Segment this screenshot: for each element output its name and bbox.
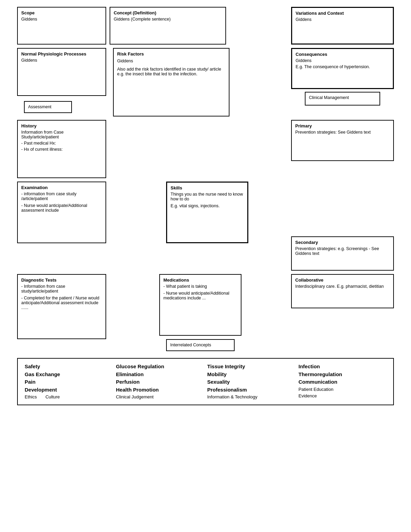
concept-box: Concept (Definition) Giddens (Complete s…: [110, 7, 226, 45]
primary-title: Primary: [295, 123, 390, 128]
row1: Scope Giddens Concept (Definition) Gidde…: [17, 7, 394, 45]
primary-box: Primary Prevention strategies: See Gidde…: [291, 120, 394, 161]
history-box: History Information from Case Study/arti…: [17, 120, 106, 178]
diagnostic-line2: - Completed for the patient / Nurse woul…: [21, 296, 102, 310]
concept-col-4: Infection Thermoregulation Communication…: [297, 363, 388, 400]
examination-title: Examination: [21, 185, 102, 190]
concept-col-3: Tissue Integrity Mobility Sexuality Prof…: [206, 363, 297, 400]
scope-box: Scope Giddens: [17, 7, 106, 45]
right-col-r2: Consequences Giddens E.g. The consequenc…: [291, 48, 394, 106]
diagnostic-line1: - Information from case study/article/pa…: [21, 284, 102, 294]
collaborative-title: Collaborative: [295, 277, 390, 283]
concept-communication: Communication: [299, 378, 387, 386]
concept-clinical-judgement: Clinical Judgement: [116, 394, 204, 400]
consequences-line1: Giddens: [296, 58, 389, 63]
medications-box: Medications - What patient is taking - N…: [159, 274, 241, 336]
history-line2: - Past medical Hx:: [21, 141, 102, 146]
skills-box: Skills Things you as the nurse need to k…: [166, 182, 248, 243]
left-col-r2: Normal Physiologic Processes Giddens Ass…: [17, 48, 110, 113]
concept-title: Concept (Definition): [114, 10, 222, 15]
concept-gas-exchange: Gas Exchange: [25, 371, 113, 379]
concept-mobility: Mobility: [207, 371, 295, 379]
right-col-r5: Collaborative Interdisciplinary care. E.…: [291, 274, 394, 308]
skills-line2: E.g. vital signs, injections.: [171, 203, 244, 208]
normal-content: Giddens: [21, 58, 102, 63]
medications-line2: - Nurse would anticipate/Additional medi…: [163, 291, 237, 300]
concept-content: Giddens (Complete sentence): [114, 17, 222, 22]
history-line3: - Hx of current illness:: [21, 147, 102, 152]
risk-title: Risk Factors: [117, 51, 225, 57]
center-col-r4: Skills Things you as the nurse need to k…: [113, 182, 288, 243]
variations-box: Variations and Context Giddens: [291, 7, 394, 45]
risk-line1: Giddens: [117, 59, 225, 63]
concept-pain: Pain: [25, 378, 113, 386]
concept-evidence: Evidence: [299, 393, 387, 399]
examination-line2: - Nurse would anticipate/Additional asse…: [21, 203, 102, 213]
clinical-mgmt-label: Clinical Management: [309, 95, 376, 100]
diagram-area: Scope Giddens Concept (Definition) Gidde…: [17, 7, 394, 405]
scope-content: Giddens: [21, 17, 102, 22]
medications-title: Medications: [163, 277, 237, 283]
interrelated-label: Interrelated Concepts: [170, 343, 231, 347]
variations-title: Variations and Context: [296, 11, 389, 16]
normal-physiologic-box: Normal Physiologic Processes Giddens: [17, 48, 106, 96]
history-line1: Information from Case Study/article/pati…: [21, 130, 102, 139]
concept-professionalism: Professionalism: [207, 386, 295, 394]
concept-elimination: Elimination: [116, 371, 204, 379]
concept-glucose: Glucose Regulation: [116, 363, 204, 371]
concept-col-2: Glucose Regulation Elimination Perfusion…: [114, 363, 206, 400]
primary-content: Prevention strategies: See Giddens text: [295, 130, 390, 135]
concept-sexuality: Sexuality: [207, 378, 295, 386]
consequences-box: Consequences Giddens E.g. The consequenc…: [291, 48, 394, 89]
secondary-content: Prevention strategies: e.g. Screenings -…: [295, 246, 390, 256]
clinical-management-box: Clinical Management: [305, 92, 380, 106]
examination-box: Examination - information from case stud…: [17, 182, 106, 243]
concept-col-1: Safety Gas Exchange Pain Development Eth…: [23, 363, 114, 400]
concepts-grid: Safety Gas Exchange Pain Development Eth…: [17, 358, 394, 405]
examination-line1: - information from case study /article/p…: [21, 191, 102, 201]
page-container: Scope Giddens Concept (Definition) Gidde…: [17, 7, 394, 405]
concept-tissue: Tissue Integrity: [207, 363, 295, 371]
concept-patient-education: Patient Education: [299, 386, 387, 393]
consequences-line2: E.g. The consequence of hypertension.: [296, 64, 389, 69]
skills-line1: Things you as the nurse need to know how…: [171, 192, 244, 201]
interrelated-box: Interrelated Concepts: [166, 339, 235, 351]
scope-title: Scope: [21, 10, 102, 15]
concept-thermoregulation: Thermoregulation: [299, 371, 387, 379]
history-title: History: [21, 123, 102, 128]
risk-factors-box: Risk Factors Giddens Also add the risk f…: [113, 48, 229, 116]
concept-safety: Safety: [25, 363, 113, 371]
secondary-box: Secondary Prevention strategies: e.g. Sc…: [291, 236, 394, 271]
diagnostic-title: Diagnostic Tests: [21, 277, 102, 283]
collaborative-content: Interdisciplinary care. E.g. pharmacist,…: [295, 284, 390, 289]
assessment-box: Assessment: [24, 101, 72, 113]
normal-title: Normal Physiologic Processes: [21, 51, 102, 57]
concept-perfusion: Perfusion: [116, 378, 204, 386]
consequences-title: Consequences: [296, 52, 389, 57]
concept-ethics: Ethics Culture: [25, 394, 113, 400]
concept-info-tech: Information & Technology: [207, 394, 295, 400]
collaborative-box: Collaborative Interdisciplinary care. E.…: [291, 274, 394, 308]
risk-line2: Also add the risk factors identified in …: [117, 67, 225, 76]
right-col-r4: Secondary Prevention strategies: e.g. Sc…: [291, 182, 394, 271]
center-col-r5: Medications - What patient is taking - N…: [113, 274, 288, 351]
variations-content: Giddens: [296, 17, 389, 22]
concept-development: Development: [25, 386, 113, 394]
assessment-label: Assessment: [28, 104, 68, 109]
concept-health-promotion: Health Promotion: [116, 386, 204, 394]
medications-line1: - What patient is taking: [163, 284, 237, 289]
secondary-title: Secondary: [295, 240, 390, 245]
diagnostic-box: Diagnostic Tests - Information from case…: [17, 274, 106, 339]
skills-title: Skills: [171, 185, 244, 190]
concept-infection: Infection: [299, 363, 387, 371]
